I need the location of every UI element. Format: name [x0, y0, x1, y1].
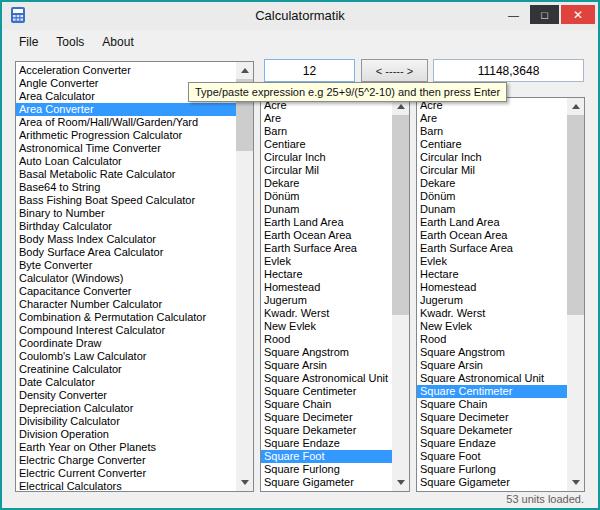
unit-item[interactable]: Square Gigameter	[417, 476, 567, 489]
converter-item[interactable]: Body Mass Index Calculator	[16, 233, 236, 246]
unit-item[interactable]: New Evlek	[261, 320, 392, 333]
unit-item[interactable]: Dunam	[261, 203, 392, 216]
converter-item[interactable]: Birthday Calculator	[16, 220, 236, 233]
unit-item[interactable]: Square Foot	[417, 450, 567, 463]
converter-item[interactable]: Date Calculator	[16, 376, 236, 389]
unit-item[interactable]: Hectare	[261, 268, 392, 281]
unit-item[interactable]: Kwadr. Werst	[261, 307, 392, 320]
result-output[interactable]	[433, 59, 584, 82]
scroll-up-icon[interactable]	[567, 98, 584, 115]
unit-item[interactable]: Jugerum	[261, 294, 392, 307]
unit-item[interactable]: New Evlek	[417, 320, 567, 333]
converter-item[interactable]: Density Converter	[16, 389, 236, 402]
scroll-down-icon[interactable]	[392, 474, 409, 491]
scrollbar-thumb[interactable]	[567, 115, 584, 315]
converter-item[interactable]: Basal Metabolic Rate Calculator	[16, 168, 236, 181]
unit-item[interactable]: Square Furlong	[417, 463, 567, 476]
unit-item[interactable]: Square Dekameter	[261, 424, 392, 437]
converter-item[interactable]: Depreciation Calculator	[16, 402, 236, 415]
unit-item[interactable]: Circular Mil	[261, 164, 392, 177]
unit-item[interactable]: Square Centimeter	[261, 385, 392, 398]
unit-item[interactable]: Square Chain	[261, 398, 392, 411]
unit-item[interactable]: Rood	[417, 333, 567, 346]
converter-item[interactable]: Compound Interest Calculator	[16, 324, 236, 337]
unit-item[interactable]: Homestead	[261, 281, 392, 294]
menu-about[interactable]: About	[93, 31, 142, 53]
unit-item[interactable]: Earth Land Area	[261, 216, 392, 229]
unit-item[interactable]: Square Dekameter	[417, 424, 567, 437]
unit-item[interactable]: Square Decimeter	[261, 411, 392, 424]
converter-item[interactable]: Arithmetic Progression Calculator	[16, 129, 236, 142]
unit-item[interactable]: Earth Land Area	[417, 216, 567, 229]
to-unit-list[interactable]: AcreAreBarnCentiareCircular InchCircular…	[416, 97, 585, 492]
converter-item[interactable]: Body Surface Area Calculator	[16, 246, 236, 259]
unit-item[interactable]: Square Arsin	[417, 359, 567, 372]
unit-item[interactable]: Centiare	[417, 138, 567, 151]
unit-item[interactable]: Circular Mil	[417, 164, 567, 177]
converter-item[interactable]: Combination & Permutation Calculator	[16, 311, 236, 324]
converter-item[interactable]: Electric Current Converter	[16, 467, 236, 480]
unit-item[interactable]: Earth Surface Area	[417, 242, 567, 255]
converter-item[interactable]: Coulomb's Law Calculator	[16, 350, 236, 363]
unit-item[interactable]: Dekare	[417, 177, 567, 190]
converter-item[interactable]: Division Operation	[16, 428, 236, 441]
unit-item[interactable]: Square Foot	[261, 450, 392, 463]
unit-item[interactable]: Square Chain	[417, 398, 567, 411]
close-button[interactable]: ✕	[561, 5, 595, 24]
expression-input[interactable]	[264, 59, 355, 82]
converter-item[interactable]: Character Number Calculator	[16, 298, 236, 311]
converter-item[interactable]: Area of Room/Hall/Wall/Garden/Yard	[16, 116, 236, 129]
unit-item[interactable]: Kwadr. Werst	[417, 307, 567, 320]
scroll-down-icon[interactable]	[567, 474, 584, 491]
unit-item[interactable]: Square Angstrom	[417, 346, 567, 359]
converter-item[interactable]: Astronomical Time Converter	[16, 142, 236, 155]
unit-item[interactable]: Circular Inch	[417, 151, 567, 164]
unit-item[interactable]: Evlek	[417, 255, 567, 268]
maximize-button[interactable]: □	[530, 5, 559, 24]
unit-item[interactable]: Square Arsin	[261, 359, 392, 372]
convert-button[interactable]: < ----- >	[361, 59, 428, 82]
unit-item[interactable]: Square Angstrom	[261, 346, 392, 359]
converter-item[interactable]: Byte Converter	[16, 259, 236, 272]
converter-item[interactable]: Earth Year on Other Planets	[16, 441, 236, 454]
scrollbar-thumb[interactable]	[392, 115, 409, 315]
unit-item[interactable]: Square Endaze	[417, 437, 567, 450]
converter-list[interactable]: Acceleration ConverterAngle ConverterAre…	[15, 61, 254, 492]
minimize-button[interactable]: —	[499, 5, 528, 24]
unit-item[interactable]: Square Astronomical Unit	[261, 372, 392, 385]
scroll-down-icon[interactable]	[236, 474, 253, 491]
converter-item[interactable]: Calculator (Windows)	[16, 272, 236, 285]
converter-scrollbar[interactable]	[236, 62, 253, 491]
converter-item[interactable]: Area Converter	[16, 103, 236, 116]
unit-item[interactable]: Hectare	[417, 268, 567, 281]
unit-item[interactable]: Dönüm	[261, 190, 392, 203]
to-unit-scrollbar[interactable]	[567, 98, 584, 491]
converter-item[interactable]: Electrical Calculators	[16, 480, 236, 492]
converter-item[interactable]: Bass Fishing Boat Speed Calculator	[16, 194, 236, 207]
menu-file[interactable]: File	[10, 31, 47, 53]
unit-item[interactable]: Square Astronomical Unit	[417, 372, 567, 385]
unit-item[interactable]: Are	[417, 112, 567, 125]
converter-item[interactable]: Divisibility Calculator	[16, 415, 236, 428]
unit-item[interactable]: Earth Ocean Area	[261, 229, 392, 242]
unit-item[interactable]: Circular Inch	[261, 151, 392, 164]
unit-item[interactable]: Homestead	[417, 281, 567, 294]
unit-item[interactable]: Dönüm	[417, 190, 567, 203]
unit-item[interactable]: Barn	[261, 125, 392, 138]
unit-item[interactable]: Square Furlong	[261, 463, 392, 476]
converter-item[interactable]: Base64 to String	[16, 181, 236, 194]
unit-item[interactable]: Square Centimeter	[417, 385, 567, 398]
converter-item[interactable]: Electric Charge Converter	[16, 454, 236, 467]
unit-item[interactable]: Rood	[261, 333, 392, 346]
converter-item[interactable]: Acceleration Converter	[16, 64, 236, 77]
unit-item[interactable]: Dekare	[261, 177, 392, 190]
unit-item[interactable]: Dunam	[417, 203, 567, 216]
converter-item[interactable]: Binary to Number	[16, 207, 236, 220]
unit-item[interactable]: Are	[261, 112, 392, 125]
unit-item[interactable]: Square Gigameter	[261, 476, 392, 489]
converter-item[interactable]: Capacitance Converter	[16, 285, 236, 298]
unit-item[interactable]: Earth Surface Area	[261, 242, 392, 255]
unit-item[interactable]: Jugerum	[417, 294, 567, 307]
from-unit-list[interactable]: AcreAreBarnCentiareCircular InchCircular…	[260, 97, 410, 492]
unit-item[interactable]: Evlek	[261, 255, 392, 268]
